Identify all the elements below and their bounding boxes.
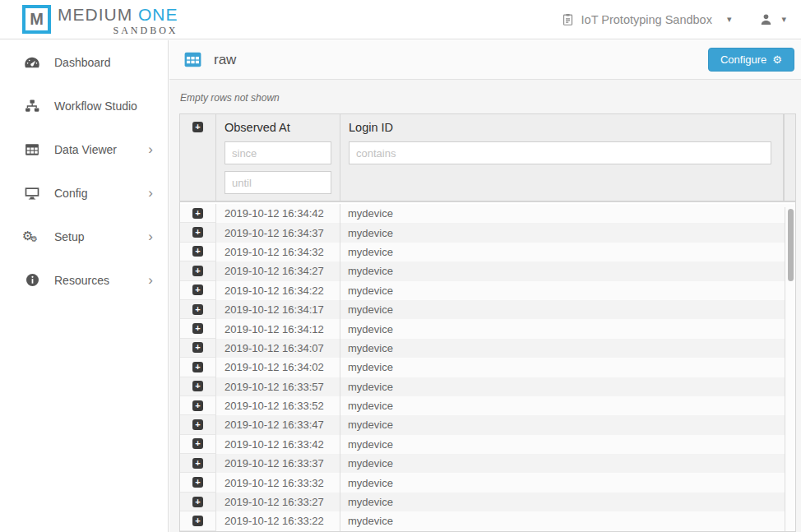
row-login-id: mydevice: [340, 496, 784, 508]
row-observed-at: 2019-10-12 16:33:52: [216, 396, 340, 415]
sidebar-item-resources[interactable]: Resources ›: [0, 258, 168, 302]
contains-filter-input[interactable]: [349, 141, 771, 164]
configure-button[interactable]: Configure ⚙: [708, 48, 794, 72]
expand-cell: +: [180, 473, 216, 492]
row-login-id: mydevice: [340, 303, 784, 316]
expand-cell: +: [180, 435, 216, 454]
row-observed-at: 2019-10-12 16:34:17: [216, 300, 340, 319]
expand-row-button[interactable]: +: [192, 227, 203, 238]
expand-row-button[interactable]: +: [192, 477, 203, 488]
expand-row-button[interactable]: +: [192, 497, 203, 507]
expand-cell: +: [180, 493, 216, 511]
sidebar-item-dashboard[interactable]: Dashboard: [0, 40, 168, 84]
expand-row-button[interactable]: +: [192, 246, 203, 257]
header-right: IoT Prototyping Sandbox ▾ ▾: [561, 12, 786, 26]
expand-all-button[interactable]: +: [192, 122, 203, 132]
expand-cell: +: [180, 454, 216, 473]
expand-row-button[interactable]: +: [192, 323, 203, 334]
observed-at-header-cell: Observed At: [216, 114, 340, 201]
row-observed-at: 2019-10-12 16:33:27: [216, 493, 340, 511]
expand-row-button[interactable]: +: [192, 208, 203, 219]
login-id-column-label: Login ID: [349, 121, 775, 134]
expand-cell: +: [180, 339, 216, 358]
caret-down-icon: ▾: [781, 14, 786, 25]
row-login-id: mydevice: [340, 323, 784, 335]
row-login-id: mydevice: [340, 400, 784, 412]
expand-row-button[interactable]: +: [192, 516, 203, 526]
monitor-icon: [23, 185, 41, 201]
data-table: + Observed At Login ID + 2019-10-12 16:3…: [179, 113, 796, 532]
chevron-right-icon: ›: [148, 273, 153, 287]
sidebar-item-label: Resources: [54, 274, 109, 287]
row-observed-at: 2019-10-12 16:34:12: [216, 319, 340, 338]
row-observed-at: 2019-10-12 16:33:37: [216, 454, 340, 473]
table-row: + 2019-10-12 16:34:22 mydevice: [180, 281, 795, 300]
scrollbar-gutter-header: [784, 114, 795, 201]
expand-row-button[interactable]: +: [192, 285, 203, 295]
sidebar-item-label: Config: [54, 187, 87, 200]
clipboard-icon: [561, 12, 575, 26]
info-circle-icon: [23, 272, 41, 289]
sidebar-item-data-viewer[interactable]: Data Viewer ›: [0, 127, 168, 171]
expand-cell: +: [180, 396, 216, 415]
expand-row-button[interactable]: +: [192, 304, 203, 315]
sidebar-item-label: Data Viewer: [54, 143, 117, 156]
table-row: + 2019-10-12 16:33:42 mydevice: [180, 435, 795, 454]
expand-row-button[interactable]: +: [192, 458, 203, 469]
observed-at-column-label: Observed At: [225, 121, 331, 134]
table-row: + 2019-10-12 16:34:37 mydevice: [180, 223, 795, 242]
user-menu-dropdown[interactable]: ▾: [759, 12, 786, 26]
page-toolbar: raw Configure ⚙: [169, 40, 801, 80]
table-row: + 2019-10-12 16:34:32 mydevice: [180, 243, 795, 261]
table-scrollbar-track[interactable]: [785, 207, 795, 531]
brand-primary: MEDIUM: [58, 5, 132, 24]
row-observed-at: 2019-10-12 16:34:27: [216, 261, 340, 280]
table-icon: [23, 141, 41, 158]
table-row: + 2019-10-12 16:33:22 mydevice: [180, 511, 795, 530]
expand-row-button[interactable]: +: [192, 362, 203, 372]
chevron-right-icon: ›: [148, 186, 153, 200]
expand-row-button[interactable]: +: [192, 266, 203, 276]
until-filter-input[interactable]: [225, 171, 331, 194]
gear-icon: ⚙: [772, 53, 782, 66]
table-row: + 2019-10-12 16:34:27 mydevice: [180, 261, 795, 280]
expand-row-button[interactable]: +: [192, 400, 203, 411]
table-header: + Observed At Login ID: [180, 114, 795, 202]
logo-mark-icon: M: [22, 5, 51, 34]
expand-cell: +: [180, 223, 216, 242]
table-scrollbar-thumb[interactable]: [788, 209, 794, 281]
table-row: + 2019-10-12 16:34:12 mydevice: [180, 319, 795, 338]
table-row: + 2019-10-12 16:33:37 mydevice: [180, 454, 795, 473]
expand-row-button[interactable]: +: [192, 381, 203, 391]
brand-subtitle: SANDBOX: [113, 25, 178, 37]
expand-row-button[interactable]: +: [192, 342, 203, 353]
row-observed-at: 2019-10-12 16:34:02: [216, 358, 340, 377]
table-row: + 2019-10-12 16:33:27 mydevice: [180, 493, 795, 511]
row-observed-at: 2019-10-12 16:34:07: [216, 339, 340, 358]
since-filter-input[interactable]: [225, 141, 331, 164]
expand-cell: +: [180, 377, 216, 396]
row-login-id: mydevice: [340, 515, 784, 527]
sidebar-item-label: Workflow Studio: [54, 99, 137, 113]
expand-cell: +: [180, 204, 216, 223]
expand-cell: +: [180, 261, 216, 280]
chevron-right-icon: ›: [148, 142, 153, 156]
sidebar-item-config[interactable]: Config ›: [0, 171, 168, 215]
app-header: M MEDIUM ONE SANDBOX IoT Prototyping San…: [0, 0, 801, 39]
sidebar-item-workflow-studio[interactable]: Workflow Studio: [0, 84, 168, 127]
row-observed-at: 2019-10-12 16:33:22: [216, 511, 340, 530]
row-login-id: mydevice: [340, 342, 784, 354]
expand-row-button[interactable]: +: [192, 419, 203, 430]
logo-text: MEDIUM ONE SANDBOX: [58, 5, 178, 37]
org-selector-dropdown[interactable]: IoT Prototyping Sandbox ▾: [561, 12, 732, 26]
table-row: + 2019-10-12 16:33:57 mydevice: [180, 377, 795, 396]
row-login-id: mydevice: [340, 457, 784, 470]
row-login-id: mydevice: [340, 246, 784, 258]
sidebar-item-label: Setup: [54, 230, 85, 243]
table-row: + 2019-10-12 16:33:32 mydevice: [180, 473, 795, 492]
table-row: + 2019-10-12 16:34:02 mydevice: [180, 358, 795, 377]
expand-row-button[interactable]: +: [192, 438, 203, 449]
sidebar-item-setup[interactable]: ⚙⚙ Setup ›: [0, 215, 168, 258]
row-login-id: mydevice: [340, 265, 784, 277]
medium-one-logo[interactable]: M MEDIUM ONE SANDBOX: [22, 5, 178, 37]
